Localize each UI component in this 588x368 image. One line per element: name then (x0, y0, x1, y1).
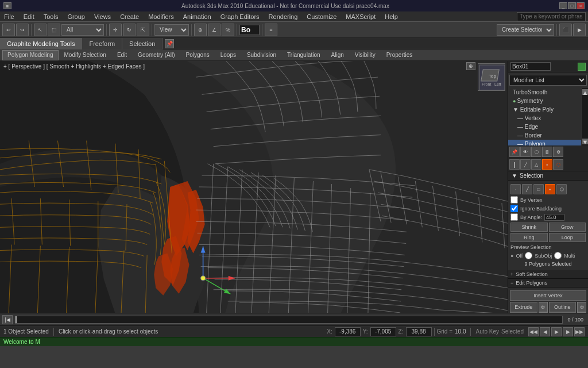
render-prod-button[interactable]: ▶ (573, 24, 586, 36)
by-angle-input[interactable] (544, 214, 564, 221)
subtab-geometry-all[interactable]: Geometry (All) (133, 50, 180, 60)
subobj-5-button[interactable]: ⬡ (553, 159, 563, 170)
mod-vertex[interactable]: — Vertex (508, 114, 581, 122)
play-prev-button[interactable]: ◀◀ (528, 327, 539, 336)
create-selection-dropdown[interactable]: Create Selection Se... (497, 24, 554, 36)
menu-rendering[interactable]: Rendering (267, 13, 300, 20)
render-button[interactable]: ⬛ (559, 24, 572, 36)
scroll-up-button[interactable]: ▲ (582, 89, 588, 95)
window-controls[interactable]: ■ (3, 2, 11, 9)
subobj-4-button[interactable]: ▪ (542, 159, 552, 170)
inset-settings-button[interactable]: ⚙ (577, 312, 586, 313)
grow-button[interactable]: Grow (549, 223, 586, 232)
select-button[interactable]: ↖ (34, 24, 47, 36)
bevel-button[interactable]: Bevel (510, 312, 537, 313)
mod-editable-poly[interactable]: ▼ Editable Poly (508, 105, 581, 114)
minimize-button[interactable]: _ (559, 2, 567, 9)
object-name-input[interactable] (239, 25, 260, 35)
menu-animation[interactable]: Animation (181, 13, 213, 20)
menu-create[interactable]: Create (118, 13, 141, 20)
angle-snap[interactable]: ∠ (208, 24, 220, 36)
ribbon-pin-button[interactable]: 📌 (165, 39, 174, 48)
subtab-modify-selection[interactable]: Modify Selection (59, 50, 111, 60)
show-result-button[interactable]: 👁 (520, 147, 531, 157)
navigation-cube[interactable]: Top Front Left (478, 63, 505, 91)
object-name-field[interactable] (510, 62, 551, 71)
menu-group[interactable]: Group (65, 13, 87, 20)
search-input[interactable] (517, 12, 586, 21)
subobj-3-button[interactable]: △ (531, 159, 541, 170)
window-buttons[interactable]: _ □ × (559, 2, 585, 9)
subtab-polygons[interactable]: Polygons (181, 50, 215, 60)
redo-button[interactable]: ↪ (16, 24, 29, 36)
move-button[interactable]: ✛ (109, 24, 122, 36)
border-mode-icon[interactable]: □ (533, 184, 544, 194)
select-filter-dropdown[interactable]: AllGeometryLights (61, 24, 104, 36)
x-coord-input[interactable] (335, 327, 361, 336)
ribbon-tab-freeform[interactable]: Freeform (82, 38, 122, 49)
by-vertex-checkbox[interactable] (510, 196, 518, 204)
timeline-start-button[interactable]: |◀ (2, 315, 13, 324)
multi-radio[interactable] (554, 252, 562, 259)
close-button[interactable]: × (577, 2, 585, 9)
rotate-button[interactable]: ↻ (123, 24, 136, 36)
timeline-track[interactable] (15, 316, 563, 324)
subtab-visibility[interactable]: Visibility (350, 50, 381, 60)
menu-customize[interactable]: Customize (305, 13, 338, 20)
ring-button[interactable]: Ring (510, 233, 548, 242)
by-angle-checkbox[interactable] (510, 213, 518, 221)
subtab-polygon-modeling[interactable]: Polygon Modeling (2, 50, 59, 60)
edge-mode-icon[interactable]: ╱ (522, 184, 532, 194)
menu-tools[interactable]: Tools (42, 13, 60, 20)
snap-toggle[interactable]: ⊕ (194, 24, 207, 36)
inset-button[interactable]: Inset (549, 312, 577, 313)
menu-edit[interactable]: Edit (22, 13, 36, 20)
menu-modifiers[interactable]: Modifiers (146, 13, 176, 20)
mod-symmetry[interactable]: ● Symmetry (508, 97, 581, 105)
mod-polygon[interactable]: — Polygon (508, 140, 581, 145)
play-prev-frame-button[interactable]: ◀ (540, 327, 550, 336)
layer-btn[interactable]: ≡ (265, 24, 277, 36)
menu-file[interactable]: File (2, 13, 16, 20)
extrude-settings-button[interactable]: ⚙ (539, 302, 548, 312)
extrude-button[interactable]: Extrude (510, 302, 537, 312)
menu-maxscript[interactable]: MAXScript (344, 13, 377, 20)
ribbon-tab-selection[interactable]: Selection (122, 38, 163, 49)
subtab-triangulation[interactable]: Triangulation (282, 50, 325, 60)
subtab-subdivision[interactable]: Subdivision (242, 50, 281, 60)
modifier-scrollbar[interactable]: ▲ ▼ (581, 88, 588, 145)
menu-views[interactable]: Views (92, 13, 113, 20)
menu-graph-editors[interactable]: Graph Editors (219, 13, 261, 20)
bevel-settings-button[interactable]: ⚙ (539, 312, 548, 313)
object-color-swatch[interactable] (578, 63, 586, 71)
scroll-down-button[interactable]: ▼ (582, 139, 588, 144)
z-coord-input[interactable] (406, 327, 432, 336)
pin-stack-button[interactable]: 📌 (509, 147, 520, 157)
play-button[interactable]: ▶ (551, 327, 562, 336)
mod-border[interactable]: — Border (508, 131, 581, 140)
modifier-list-dropdown[interactable]: Modifier List (509, 75, 587, 86)
viewport-maximize-button[interactable]: ⊕ (466, 62, 475, 70)
shrink-button[interactable]: Shrink (510, 223, 548, 232)
outline-button[interactable]: Outline (549, 302, 577, 312)
subobj-2-button[interactable]: ╱ (520, 159, 531, 170)
element-mode-icon[interactable]: ⬡ (556, 184, 567, 194)
make-unique-button[interactable]: ⬡ (531, 147, 541, 157)
play-next-frame-button[interactable]: ▶ (563, 327, 573, 336)
selection-header[interactable]: ▼ Selection (508, 171, 588, 181)
outline-settings-button[interactable]: ⚙ (577, 302, 586, 312)
insert-vertex-button[interactable]: Insert Vertex (510, 290, 586, 301)
scale-button[interactable]: ⇱ (137, 24, 149, 36)
ribbon-tab-graphite[interactable]: Graphite Modeling Tools (0, 38, 82, 49)
undo-button[interactable]: ↩ (2, 24, 15, 36)
menu-help[interactable]: Help (383, 13, 400, 20)
maximize-button[interactable]: □ (568, 2, 576, 9)
loop-button[interactable]: Loop (549, 233, 586, 242)
polygon-mode-icon[interactable]: ▪ (545, 184, 555, 194)
vertex-mode-icon[interactable]: · (510, 184, 521, 194)
edit-polygons-header[interactable]: − Edit Polygons (508, 279, 588, 288)
reference-dropdown[interactable]: ViewWorldScreen (154, 24, 189, 36)
select-region-button[interactable]: ⬚ (48, 24, 60, 36)
subobj-1-button[interactable]: | (509, 159, 520, 170)
subtab-loops[interactable]: Loops (215, 50, 241, 60)
